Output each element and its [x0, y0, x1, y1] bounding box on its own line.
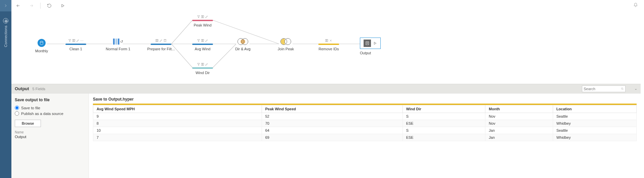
play-icon[interactable] [373, 41, 377, 45]
svg-rect-19 [156, 40, 157, 42]
name-field-value: Output [15, 135, 85, 139]
bell-icon [633, 3, 638, 7]
node-label: Normal Form 1 [101, 47, 135, 51]
table-cell: 7 [93, 134, 262, 141]
node-label: Dir & Avg [226, 47, 260, 51]
search-icon [621, 87, 624, 91]
filter-icon [197, 15, 200, 18]
radio-publish-input[interactable] [15, 111, 19, 116]
table-cell: Whidbey [553, 120, 636, 127]
group-icon [72, 39, 75, 42]
node-clean1[interactable]: ⋯ Clean 1 [59, 39, 93, 51]
refresh-button[interactable] [45, 1, 54, 10]
node-removeids[interactable]: Remove IDs [312, 39, 345, 51]
radio-publish-label: Publish as a data source [21, 112, 63, 116]
output-preview-pane: Save to Output.hyper Avg Wind Speed MPHP… [89, 94, 641, 178]
node-normalform1[interactable]: ↺ Normal Form 1 [101, 38, 135, 51]
calc-icon [163, 39, 167, 42]
add-connection-icon[interactable] [3, 18, 8, 23]
radio-save-input[interactable] [15, 106, 19, 110]
config-section-title: Save output to file [15, 98, 85, 102]
svg-rect-32 [326, 40, 327, 42]
node-monthly[interactable]: Monthly [25, 39, 58, 53]
group-icon [201, 39, 204, 42]
edit-icon [76, 39, 79, 42]
more-icon: ⋯ [80, 39, 84, 42]
table-column-header[interactable]: Month [485, 105, 553, 113]
svg-point-40 [621, 87, 623, 89]
node-prepare[interactable]: Prepare for Filt... [144, 39, 178, 51]
svg-rect-30 [202, 63, 203, 66]
table-row[interactable]: 1064SJanSeattle [93, 127, 637, 134]
svg-rect-17 [73, 40, 74, 42]
group-icon [155, 39, 159, 42]
panel-menu-caret[interactable]: ⌄ [634, 86, 637, 91]
node-winddir[interactable]: Wind Dir [186, 63, 219, 75]
node-label: Peak Wind [186, 23, 219, 27]
svg-marker-26 [198, 40, 200, 42]
table-column-header[interactable]: Peak Wind Speed [262, 105, 402, 113]
panel-title: Output [15, 86, 29, 91]
sidebar-label: Connections [4, 25, 8, 47]
fields-count: 5 Fields [33, 87, 46, 91]
radio-publish[interactable]: Publish as a data source [15, 111, 85, 116]
svg-marker-16 [69, 40, 71, 42]
table-cell: ESE [402, 134, 485, 141]
run-flow-button[interactable] [58, 1, 67, 10]
table-cell: Nov [485, 120, 553, 127]
forward-button [27, 1, 36, 10]
node-label: Output [360, 51, 387, 55]
table-row[interactable]: 870ESENovWhidbey [93, 120, 637, 127]
edit-icon [205, 15, 208, 18]
table-cell: S [402, 113, 485, 120]
edit-icon [159, 39, 163, 42]
node-label: Avg Wind [186, 47, 219, 51]
output-config-pane: Save output to file Save to file Publish… [11, 94, 89, 178]
node-label: Remove IDs [312, 47, 345, 51]
node-joinpeak[interactable]: Join Peak [269, 38, 303, 51]
flow-canvas[interactable]: Monthly ⋯ Clean 1 ↺ Normal Form 1 Prepar… [11, 11, 641, 82]
table-row[interactable]: 769ESEJanWhidbey [93, 134, 637, 141]
notifications-button[interactable] [633, 3, 638, 8]
group-icon [325, 39, 328, 42]
top-toolbar [11, 0, 644, 11]
table-cell: Jan [485, 134, 553, 141]
datasource-icon [38, 39, 46, 47]
node-diravg[interactable]: Dir & Avg [226, 38, 260, 51]
browse-button[interactable]: Browse [15, 120, 41, 127]
search-input[interactable] [584, 87, 621, 91]
step-bar [151, 44, 171, 45]
table-column-header[interactable]: Avg Wind Speed MPH [93, 105, 262, 113]
table-column-header[interactable]: Wind Dir [402, 105, 485, 113]
arrow-left-icon [16, 3, 20, 8]
node-peakwind[interactable]: Peak Wind [186, 15, 219, 27]
table-cell: 70 [262, 120, 402, 127]
join-icon [280, 38, 292, 45]
svg-point-15 [40, 41, 43, 43]
search-box[interactable] [582, 85, 626, 92]
radio-save-to-file[interactable]: Save to file [15, 106, 85, 110]
output-step-box [360, 38, 381, 49]
pivot-icon: ↺ [113, 38, 123, 45]
node-output[interactable]: Output [354, 38, 387, 55]
back-button[interactable] [13, 1, 23, 10]
svg-marker-29 [198, 63, 200, 66]
table-column-header[interactable]: Location [553, 105, 636, 113]
group-icon [201, 15, 204, 18]
node-action-icons [186, 63, 219, 66]
sidebar-expand-button[interactable] [0, 0, 11, 11]
svg-rect-24 [202, 16, 203, 18]
node-avgwind[interactable]: Avg Wind [186, 39, 219, 51]
svg-rect-33 [327, 40, 328, 42]
chevron-right-icon [3, 3, 8, 8]
svg-rect-28 [203, 40, 204, 42]
svg-rect-31 [203, 63, 204, 66]
filter-icon [68, 39, 71, 42]
table-row[interactable]: 952SNovSeattle [93, 113, 637, 120]
radio-save-label: Save to file [21, 106, 40, 110]
toolbar-separator [40, 3, 41, 9]
node-label: Join Peak [269, 47, 303, 51]
refresh-icon [47, 3, 52, 8]
step-bar [192, 20, 213, 21]
node-label: Wind Dir [186, 71, 219, 75]
